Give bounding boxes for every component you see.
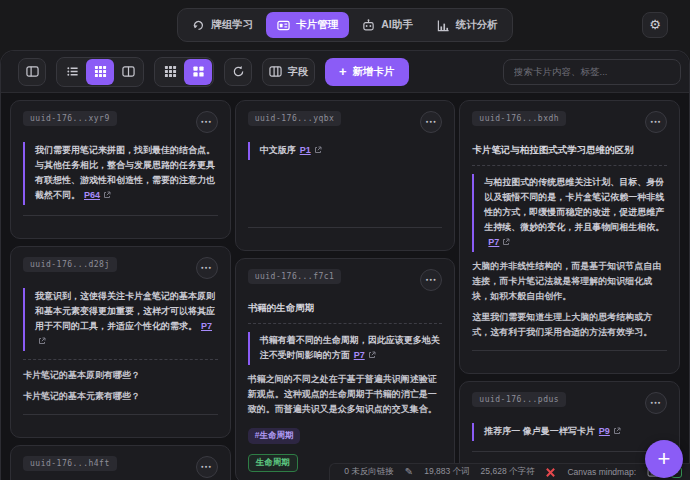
- card-footer-divider: [23, 215, 218, 228]
- card-footer-divider: [248, 227, 443, 240]
- ellipsis-icon: ●●●: [650, 120, 661, 125]
- external-link-icon: [38, 335, 46, 350]
- search-input[interactable]: [503, 59, 681, 85]
- main-tab-bar: 牌组学习卡片管理AI助手统计分析: [177, 8, 513, 42]
- note-card[interactable]: uuid-176...h4ft●●●《纳博科夫的卡片》一文，从认知科学角度，介绍…: [10, 445, 231, 480]
- card-menu-button[interactable]: ●●●: [196, 111, 218, 133]
- tab-card-manage[interactable]: 卡片管理: [266, 12, 349, 38]
- panel-icon: [26, 65, 39, 78]
- quote-text: 我们需要用笔记来拼图，找到最佳的结合点。与其他任务相比，整合与发展思路的任务更具…: [35, 145, 215, 200]
- grid-large-button[interactable]: [184, 59, 212, 85]
- card-header: uuid-176...pdus●●●: [472, 392, 667, 414]
- quote-text: 书籍有着不同的生命周期，因此应该更多地关注不受时间影响的方面: [260, 335, 440, 360]
- grid-2x2-icon: [192, 65, 205, 78]
- red-x-icon[interactable]: [545, 467, 556, 478]
- quote-text: 推荐序一 像卢曼一样写卡片: [484, 426, 595, 436]
- tab-label: 牌组学习: [211, 18, 253, 32]
- quote-block: 与柏拉图式的传统思维关注计划、目标、身份以及顿悟不同的是，卡片盒笔记依赖一种非线…: [472, 174, 667, 252]
- main-panel: 字段 + 新增卡片 uuid-176...xyr9●●●我们需要用笔记来拼图，找…: [0, 50, 690, 480]
- tab-deck-study[interactable]: 牌组学习: [181, 12, 264, 38]
- board-column: uuid-176...bxdh●●●卡片笔记与柏拉图式式学习思维的区别与柏拉图式…: [459, 100, 680, 480]
- quote-block: 我意识到，这使得关注卡片盒笔记的基本原则和基本元素变得更加重要，这样才可以将其应…: [23, 288, 218, 351]
- page-ref-link[interactable]: P1: [300, 145, 311, 155]
- plus-icon: +: [339, 65, 347, 78]
- list-icon: [66, 65, 79, 78]
- page-ref-link[interactable]: P7: [354, 350, 365, 360]
- tag-row: #生命周期: [248, 424, 443, 444]
- card-header: uuid-176...xyr9●●●: [23, 111, 218, 133]
- note-card[interactable]: uuid-176...f7c1●●●书籍的生命周期书籍有着不同的生命周期，因此应…: [235, 258, 456, 480]
- density-group: [154, 57, 214, 87]
- note-card[interactable]: uuid-176...xyr9●●●我们需要用笔记来拼图，找到最佳的结合点。与其…: [10, 100, 231, 239]
- external-link-icon: [368, 349, 376, 364]
- tab-stats[interactable]: 统计分析: [426, 12, 509, 38]
- dashed-divider: [248, 323, 443, 324]
- grid-small-button[interactable]: [156, 59, 184, 85]
- tab-label: 统计分析: [456, 18, 498, 32]
- page-ref-link[interactable]: P7: [201, 321, 212, 331]
- text-block: 卡片笔记的基本元素有哪些？: [23, 389, 218, 404]
- fab-add-button[interactable]: +: [645, 440, 683, 478]
- ellipsis-icon: ●●●: [201, 120, 212, 125]
- card-uuid-badge: uuid-176...pdus: [472, 392, 566, 407]
- deck-tag[interactable]: 生命周期: [248, 454, 298, 472]
- card-header: uuid-176...f7c1●●●: [248, 269, 443, 291]
- card-title: 卡片笔记与柏拉图式式学习思维的区别: [472, 142, 667, 157]
- external-link-icon: [502, 236, 510, 251]
- text-block: 大脑的并非线性结构的，而是基于知识节点自由连接，而卡片笔记法就是将理解的知识细化…: [472, 259, 667, 304]
- page-ref-link[interactable]: P9: [599, 426, 610, 436]
- card-title: 书籍的生命周期: [248, 300, 443, 315]
- card-header: uuid-176...yqbx●●●: [248, 111, 443, 133]
- note-card[interactable]: uuid-176...bxdh●●●卡片笔记与柏拉图式式学习思维的区别与柏拉图式…: [459, 100, 680, 374]
- card-header: uuid-176...d28j●●●: [23, 257, 218, 279]
- view-grid-button[interactable]: [86, 59, 114, 85]
- card-uuid-badge: uuid-176...yqbx: [248, 111, 342, 126]
- quote-block: 中文版序P1: [248, 142, 443, 160]
- text-block: 书籍之间的不同之处在于基于普遍共识阐述验证新观点。这种观点的生命周期于书籍的消亡…: [248, 372, 443, 417]
- refresh-button[interactable]: [224, 58, 252, 86]
- fields-columns-icon: [269, 65, 282, 78]
- quote-text: 中文版序: [260, 145, 296, 155]
- dashed-divider: [23, 359, 218, 360]
- note-card[interactable]: uuid-176...yqbx●●●中文版序P1: [235, 100, 456, 251]
- card-menu-button[interactable]: ●●●: [645, 392, 667, 414]
- curved-arrow-icon: [192, 19, 205, 32]
- app-header: 牌组学习卡片管理AI助手统计分析 ⚙: [0, 0, 690, 50]
- hashtag-tag[interactable]: #生命周期: [248, 428, 301, 444]
- card-uuid-badge: uuid-176...bxdh: [472, 111, 566, 126]
- backlinks-count: 0 未反向链接: [344, 466, 394, 478]
- quote-block: 推荐序一 像卢曼一样写卡片P9: [472, 423, 667, 441]
- robot-icon: [362, 19, 375, 32]
- word-count: 19,883 个词: [424, 466, 469, 478]
- card-uuid-badge: uuid-176...h4ft: [23, 456, 117, 471]
- note-card[interactable]: uuid-176...d28j●●●我意识到，这使得关注卡片盒笔记的基本原则和基…: [10, 246, 231, 438]
- fields-button[interactable]: 字段: [262, 58, 315, 86]
- page-ref-link[interactable]: P7: [488, 237, 499, 247]
- settings-gear-icon[interactable]: ⚙: [642, 12, 668, 38]
- view-list-button[interactable]: [58, 59, 86, 85]
- pencil-icon[interactable]: ✎: [405, 467, 413, 477]
- quote-text: 我意识到，这使得关注卡片盒笔记的基本原则和基本元素变得更加重要，这样才可以将其应…: [35, 291, 215, 331]
- dashed-divider: [472, 165, 667, 166]
- ellipsis-icon: ●●●: [426, 278, 437, 283]
- tab-label: AI助手: [381, 18, 413, 32]
- card-menu-button[interactable]: ●●●: [420, 269, 442, 291]
- quote-block: 书籍有着不同的生命周期，因此应该更多地关注不受时间影响的方面P7: [248, 332, 443, 365]
- view-mode-group: [56, 57, 144, 87]
- view-columns-button[interactable]: [114, 59, 142, 85]
- card-menu-button[interactable]: ●●●: [420, 111, 442, 133]
- text-block: 卡片笔记的基本原则有哪些？: [23, 368, 218, 383]
- card-footer-divider: [472, 350, 667, 363]
- page-ref-link[interactable]: P64: [84, 190, 100, 200]
- add-card-button[interactable]: + 新增卡片: [325, 58, 409, 86]
- external-link-icon: [103, 189, 111, 204]
- card-menu-button[interactable]: ●●●: [196, 456, 218, 478]
- card-header: uuid-176...h4ft●●●: [23, 456, 218, 478]
- fields-button-label: 字段: [288, 65, 308, 79]
- sidebar-toggle-button[interactable]: [18, 58, 46, 86]
- card-menu-button[interactable]: ●●●: [645, 111, 667, 133]
- text-block: 这里我们需要知道生理上大脑的思考结构或方式，这有利于我们采用合适的方法有效学习。: [472, 310, 667, 340]
- tab-ai-assistant[interactable]: AI助手: [351, 12, 424, 38]
- ellipsis-icon: ●●●: [201, 266, 212, 271]
- card-menu-button[interactable]: ●●●: [196, 257, 218, 279]
